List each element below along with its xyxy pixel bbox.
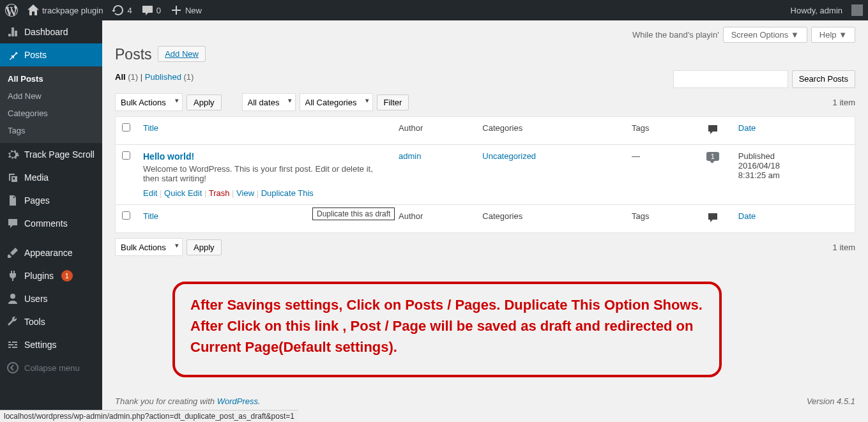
comments-col-icon-foot <box>706 211 719 224</box>
post-date-status: Published <box>738 151 848 161</box>
post-title-link[interactable]: Hello world! <box>143 151 194 162</box>
screen-options-button[interactable]: Screen Options ▼ <box>723 27 807 43</box>
action-quick-edit[interactable]: Quick Edit <box>164 188 202 198</box>
sidebar-item-posts[interactable]: Posts <box>0 43 102 66</box>
media-icon <box>6 171 19 184</box>
sidebar-item-track-page[interactable]: Track Page Scroll <box>0 143 102 166</box>
post-date-1: 2016/04/18 <box>738 161 848 170</box>
col-categories-foot: Categories <box>482 211 522 221</box>
sidebar-item-appearance[interactable]: Appearance <box>0 241 102 264</box>
search-input[interactable] <box>673 70 788 88</box>
apply-button-top[interactable]: Apply <box>187 94 222 110</box>
gear-icon <box>6 148 19 161</box>
action-edit[interactable]: Edit <box>143 188 157 198</box>
dates-select[interactable]: All dates <box>242 93 296 111</box>
col-tags-foot: Tags <box>632 211 649 221</box>
pin-icon <box>6 49 19 61</box>
sidebar-posts-submenu: All Posts Add New Categories Tags <box>0 66 102 143</box>
sidebar-item-settings[interactable]: Settings <box>0 333 102 356</box>
post-excerpt: Welcome to WordPress. This is your first… <box>143 164 386 183</box>
avatar[interactable] <box>851 4 863 16</box>
sidebar-subitem-categories[interactable]: Categories <box>0 105 102 122</box>
update-icon <box>112 4 125 17</box>
wp-logo-link[interactable] <box>5 4 18 17</box>
filter-published[interactable]: Published (1) <box>145 72 194 82</box>
help-button[interactable]: Help ▼ <box>811 27 855 43</box>
add-new-button[interactable]: Add New <box>158 46 206 62</box>
version-text: Version 4.5.1 <box>807 396 855 406</box>
page-icon <box>6 194 19 207</box>
sidebar-subitem-all-posts[interactable]: All Posts <box>0 70 102 87</box>
col-author: Author <box>399 123 423 133</box>
comments-link[interactable]: 0 <box>141 4 161 17</box>
col-tags: Tags <box>632 123 649 133</box>
comments-col-icon <box>706 123 719 136</box>
search-posts-button[interactable]: Search Posts <box>792 70 855 88</box>
posts-table: Title Author Categories Tags Date Hello … <box>115 116 855 233</box>
sidebar-item-plugins[interactable]: Plugins1 <box>0 264 102 287</box>
admin-footer: Thank you for creating with WordPress. V… <box>115 396 855 406</box>
sidebar-item-users[interactable]: Users <box>0 287 102 310</box>
sidebar-item-tools[interactable]: Tools <box>0 310 102 333</box>
action-duplicate[interactable]: Duplicate This <box>261 188 314 198</box>
comment-icon <box>141 4 154 17</box>
sidebar-subitem-tags[interactable]: Tags <box>0 122 102 139</box>
sidebar-item-comments[interactable]: Comments <box>0 212 102 235</box>
svg-point-0 <box>8 363 18 373</box>
bulk-actions-select[interactable]: Bulk Actions <box>115 93 183 111</box>
wordpress-logo-icon <box>5 4 18 17</box>
sidebar-item-dashboard[interactable]: Dashboard <box>0 20 102 43</box>
filter-button[interactable]: Filter <box>377 94 409 110</box>
post-author-link[interactable]: admin <box>399 151 421 161</box>
instruction-annotation: After Savings settings, Click on Posts /… <box>172 282 722 377</box>
col-title[interactable]: Title <box>143 123 158 133</box>
wrench-icon <box>6 315 19 328</box>
col-author-foot: Author <box>399 211 423 221</box>
post-tags: — <box>632 151 640 161</box>
dashboard-icon <box>6 26 19 38</box>
select-all-top[interactable] <box>122 123 130 132</box>
categories-select[interactable]: All Categories <box>300 93 373 111</box>
bulk-actions-select-bottom[interactable]: Bulk Actions <box>115 238 183 256</box>
plus-icon <box>170 4 183 17</box>
browser-statusbar: localhost/wordpress/wp-admin/admin.php?a… <box>0 410 298 422</box>
playin-text: While the band's playin' <box>632 30 719 40</box>
sliders-icon <box>6 338 19 351</box>
sidebar-item-pages[interactable]: Pages <box>0 189 102 212</box>
post-category-link[interactable]: Uncategorized <box>482 151 536 161</box>
plugin-icon <box>6 269 19 282</box>
col-date-foot[interactable]: Date <box>738 211 756 221</box>
item-count-top: 1 item <box>833 98 855 107</box>
item-count-bottom: 1 item <box>833 243 855 252</box>
post-date-2: 8:31:25 am <box>738 170 848 180</box>
col-title-foot[interactable]: Title <box>143 211 158 221</box>
col-date[interactable]: Date <box>738 123 756 133</box>
main-content: While the band's playin' Screen Options … <box>102 20 868 422</box>
post-comment-count[interactable]: 1 <box>706 152 719 161</box>
table-row: Hello world! Welcome to WordPress. This … <box>116 145 855 205</box>
apply-button-bottom[interactable]: Apply <box>187 239 222 255</box>
filter-all[interactable]: All (1) <box>115 72 138 82</box>
sidebar-item-media[interactable]: Media <box>0 166 102 189</box>
page-title: Posts <box>115 46 152 63</box>
wordpress-link[interactable]: WordPress <box>217 396 258 406</box>
view-filters: All (1) | Published (1) <box>115 72 194 82</box>
updates-link[interactable]: 4 <box>112 4 132 17</box>
action-view[interactable]: View <box>236 188 254 198</box>
collapse-icon <box>6 361 19 374</box>
comment-icon <box>6 217 19 230</box>
duplicate-tooltip: Duplicate this as draft <box>312 207 395 220</box>
site-name-link[interactable]: trackpage plugin <box>27 4 103 17</box>
new-link[interactable]: New <box>170 4 202 17</box>
action-trash[interactable]: Trash <box>209 188 230 198</box>
col-categories: Categories <box>482 123 522 133</box>
admin-topbar: trackpage plugin 4 0 New Howdy, admin <box>0 0 868 20</box>
row-checkbox[interactable] <box>122 151 130 160</box>
sidebar-collapse[interactable]: Collapse menu <box>0 356 102 379</box>
sidebar-subitem-add-new[interactable]: Add New <box>0 87 102 105</box>
select-all-bottom[interactable] <box>122 211 130 220</box>
brush-icon <box>6 246 19 259</box>
admin-sidebar: Dashboard Posts All Posts Add New Catego… <box>0 20 102 422</box>
plugins-update-badge: 1 <box>61 270 73 282</box>
howdy-link[interactable]: Howdy, admin <box>791 6 842 15</box>
